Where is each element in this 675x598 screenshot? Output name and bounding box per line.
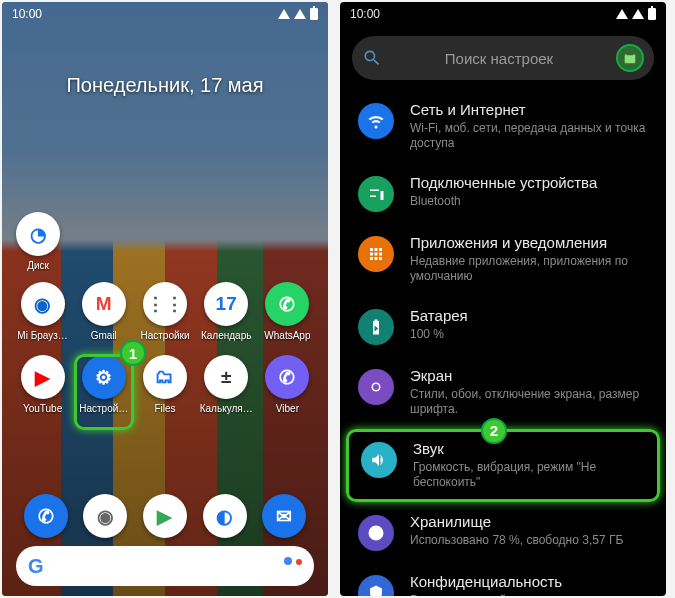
- item-subtitle: Недавние приложения, приложения по умолч…: [410, 254, 648, 285]
- app-youtube[interactable]: ▶YouTube: [12, 355, 73, 414]
- item-title: Приложения и уведомления: [410, 234, 648, 253]
- item-subtitle: Bluetooth: [410, 194, 648, 210]
- app-label: Настройки: [140, 330, 189, 341]
- app-files[interactable]: 🗂Files: [134, 355, 195, 414]
- dock-app-2[interactable]: ▶: [143, 494, 187, 538]
- item-subtitle: Wi-Fi, моб. сети, передача данных и точк…: [410, 121, 648, 152]
- highlight-settings-app: [74, 354, 134, 430]
- settings-item-sound[interactable]: ЗвукГромкость, вибрация, режим "Не беспо…: [346, 429, 660, 502]
- app-label: Viber: [276, 403, 299, 414]
- app-калькуля-[interactable]: ±Калькуля…: [196, 355, 257, 414]
- phone-settings: 10:00 Поиск настроек Сеть и ИнтернетWi-F…: [340, 2, 666, 596]
- step-badge-2: 2: [481, 418, 507, 444]
- item-subtitle: Разрешения, действия в аккаунте, личные: [410, 593, 648, 597]
- privacy-icon: [358, 575, 394, 596]
- battery-icon: [310, 8, 318, 20]
- settings-item-apps[interactable]: Приложения и уведомленияНедавние приложе…: [340, 223, 666, 296]
- app-gmail[interactable]: MGmail: [73, 282, 134, 341]
- status-bar: 10:00: [340, 2, 666, 26]
- item-title: Экран: [410, 367, 648, 386]
- app-настройки[interactable]: ⋮⋮Настройки: [134, 282, 195, 341]
- devices-icon: [358, 176, 394, 212]
- battery-icon: [648, 8, 656, 20]
- app-icon: ✆: [265, 355, 309, 399]
- item-title: Сеть и Интернет: [410, 101, 648, 120]
- app-icon: M: [82, 282, 126, 326]
- app-label: Gmail: [91, 330, 117, 341]
- app-label: WhatsApp: [264, 330, 310, 341]
- app-icon: 17: [204, 282, 248, 326]
- app-icon: ✆: [24, 494, 68, 538]
- app-disk[interactable]: ◔ Диск: [16, 212, 60, 271]
- date-widget[interactable]: Понедельник, 17 мая: [2, 74, 328, 97]
- dock-app-3[interactable]: ◐: [203, 494, 247, 538]
- display-icon: [358, 369, 394, 405]
- app-label: Диск: [27, 260, 49, 271]
- item-title: Звук: [413, 440, 645, 459]
- settings-search[interactable]: Поиск настроек: [352, 36, 654, 80]
- dock-app-4[interactable]: ✉: [262, 494, 306, 538]
- app-viber[interactable]: ✆Viber: [257, 355, 318, 414]
- settings-item-storage[interactable]: ХранилищеИспользовано 78 %, свободно 3,5…: [340, 502, 666, 562]
- app-календарь[interactable]: 17Календарь: [196, 282, 257, 341]
- settings-item-wifi[interactable]: Сеть и ИнтернетWi-Fi, моб. сети, передач…: [340, 90, 666, 163]
- item-subtitle: Использовано 78 %, свободно 3,57 ГБ: [410, 533, 648, 549]
- signal-icon-2: [632, 9, 644, 19]
- settings-item-battery[interactable]: Батарея100 %: [340, 296, 666, 356]
- app-icon: ⋮⋮: [143, 282, 187, 326]
- app-icon: ▶: [143, 494, 187, 538]
- google-logo: G: [28, 555, 44, 578]
- app-icon: ◉: [21, 282, 65, 326]
- dock-app-1[interactable]: ◉: [83, 494, 127, 538]
- sound-icon: [361, 442, 397, 478]
- app-icon: ✆: [265, 282, 309, 326]
- signal-icon: [278, 9, 290, 19]
- app-icon: ±: [204, 355, 248, 399]
- settings-item-privacy[interactable]: КонфиденциальностьРазрешения, действия в…: [340, 562, 666, 596]
- signal-icon: [616, 9, 628, 19]
- assistant-icon[interactable]: [284, 557, 302, 575]
- item-subtitle: 100 %: [410, 327, 648, 343]
- battery-icon: [358, 309, 394, 345]
- app-icon: ◐: [203, 494, 247, 538]
- app-label: YouTube: [23, 403, 62, 414]
- search-placeholder: Поиск настроек: [394, 50, 604, 67]
- settings-item-display[interactable]: ЭкранСтили, обои, отключение экрана, раз…: [340, 356, 666, 429]
- item-subtitle: Громкость, вибрация, режим "Не беспокоит…: [413, 460, 645, 491]
- dock-app-0[interactable]: ✆: [24, 494, 68, 538]
- app-grid: ◉Mi Брауз…MGmail⋮⋮Настройки17Календарь✆W…: [2, 282, 328, 414]
- app-whatsapp[interactable]: ✆WhatsApp: [257, 282, 318, 341]
- search-icon: [362, 48, 382, 68]
- app-icon: 🗂: [143, 355, 187, 399]
- dock: ✆◉▶◐✉: [2, 494, 328, 538]
- phone-homescreen: 10:00 Понедельник, 17 мая ◔ Диск ◉Mi Бра…: [2, 2, 328, 596]
- wifi-icon: [358, 103, 394, 139]
- item-title: Конфиденциальность: [410, 573, 648, 592]
- signal-icon-2: [294, 9, 306, 19]
- item-subtitle: Стили, обои, отключение экрана, размер ш…: [410, 387, 648, 418]
- settings-item-devices[interactable]: Подключенные устройстваBluetooth: [340, 163, 666, 223]
- app-label: Mi Брауз…: [17, 330, 68, 341]
- storage-icon: [358, 515, 394, 551]
- account-avatar[interactable]: [616, 44, 644, 72]
- app-label: Калькуля…: [200, 403, 253, 414]
- app-icon: ✉: [262, 494, 306, 538]
- status-bar: 10:00: [2, 2, 328, 26]
- item-title: Хранилище: [410, 513, 648, 532]
- app-label: Files: [154, 403, 175, 414]
- status-time: 10:00: [350, 7, 380, 21]
- status-time: 10:00: [12, 7, 42, 21]
- settings-list: Сеть и ИнтернетWi-Fi, моб. сети, передач…: [340, 90, 666, 596]
- app-icon: ◉: [83, 494, 127, 538]
- item-title: Подключенные устройства: [410, 174, 648, 193]
- apps-icon: [358, 236, 394, 272]
- app-icon: ▶: [21, 355, 65, 399]
- google-search-bar[interactable]: G: [16, 546, 314, 586]
- app-label: Календарь: [201, 330, 251, 341]
- item-title: Батарея: [410, 307, 648, 326]
- step-badge-1: 1: [120, 340, 146, 366]
- app-mi-брауз-[interactable]: ◉Mi Брауз…: [12, 282, 73, 341]
